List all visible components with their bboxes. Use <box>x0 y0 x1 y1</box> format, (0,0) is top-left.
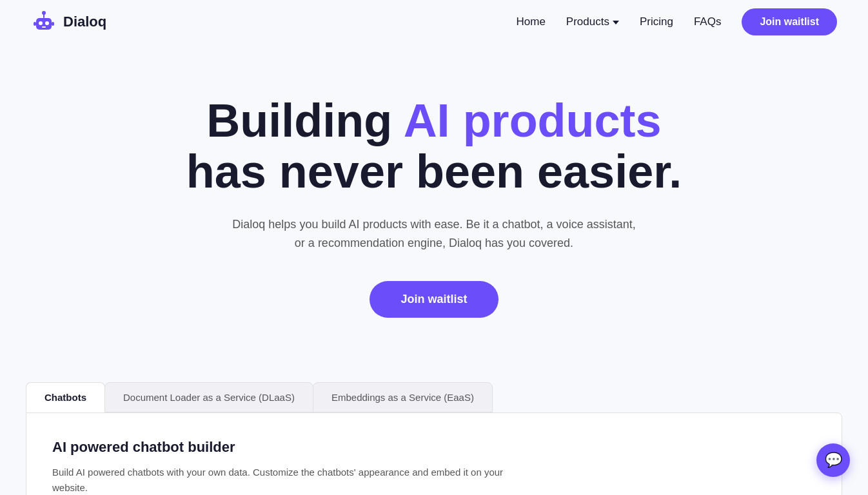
tab-chatbots[interactable]: Chatbots <box>26 382 105 412</box>
tab-content-title: AI powered chatbot builder <box>52 439 816 456</box>
chat-widget-button[interactable]: 💬 <box>816 443 850 477</box>
logo-wordmark: Dialoq <box>63 14 106 30</box>
chevron-down-icon <box>613 21 619 24</box>
nav-links: Home Products Pricing FAQs Join waitlist <box>516 8 837 35</box>
chat-icon: 💬 <box>825 452 842 469</box>
hero-subtext: Dialoq helps you build AI products with … <box>228 215 640 253</box>
navbar: Dialoq Home Products Pricing FAQs Join w… <box>0 0 868 44</box>
svg-rect-0 <box>36 18 52 30</box>
nav-home[interactable]: Home <box>516 15 545 28</box>
logo-icon <box>31 9 57 35</box>
hero-heading-highlight: AI products <box>404 95 662 146</box>
hero-section: Building AI products has never been easi… <box>0 44 868 356</box>
tab-content-panel: AI powered chatbot builder Build AI powe… <box>26 412 842 495</box>
tab-eaas[interactable]: Embeddings as a Service (EaaS) <box>313 382 493 412</box>
logo[interactable]: Dialoq <box>31 9 106 35</box>
tabs-section: Chatbots Document Loader as a Service (D… <box>0 356 868 495</box>
tab-content-desc: Build AI powered chatbots with your own … <box>52 465 504 495</box>
svg-rect-3 <box>42 26 46 28</box>
nav-pricing[interactable]: Pricing <box>640 15 673 28</box>
tabs-bar: Chatbots Document Loader as a Service (D… <box>26 382 842 412</box>
svg-rect-7 <box>52 22 54 26</box>
hero-heading: Building AI products has never been easi… <box>176 95 692 197</box>
svg-point-1 <box>39 21 43 25</box>
svg-point-5 <box>42 11 46 15</box>
nav-products[interactable]: Products <box>566 15 619 28</box>
nav-faqs[interactable]: FAQs <box>694 15 722 28</box>
nav-join-waitlist-button[interactable]: Join waitlist <box>742 8 837 35</box>
svg-point-2 <box>45 21 49 25</box>
tab-dlaas[interactable]: Document Loader as a Service (DLaaS) <box>104 382 313 412</box>
hero-heading-part2: has never been easier. <box>186 146 682 197</box>
svg-rect-6 <box>34 22 36 26</box>
hero-heading-part1: Building <box>206 95 403 146</box>
hero-join-waitlist-button[interactable]: Join waitlist <box>370 281 498 318</box>
